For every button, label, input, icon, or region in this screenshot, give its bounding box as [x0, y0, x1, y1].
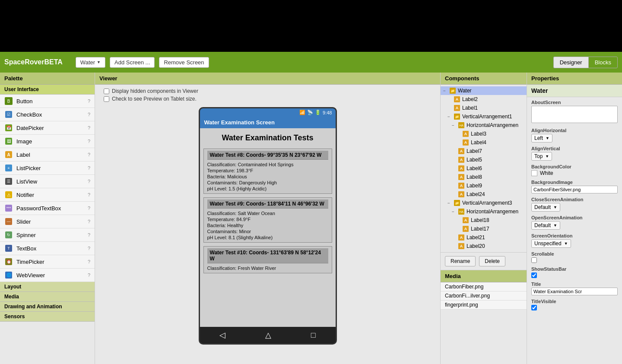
- palette-item-datepicker-label: DatePicker: [16, 125, 88, 131]
- background-image-input[interactable]: [531, 186, 618, 193]
- comp-name-ha2: HorizontalArrangemen: [466, 209, 518, 215]
- add-screen-button[interactable]: Add Screen ...: [110, 57, 155, 68]
- palette-item-image[interactable]: 🖼 Image ?: [0, 135, 95, 148]
- palette-section-media[interactable]: Media: [0, 292, 95, 302]
- palette-item-label-label: Label: [16, 152, 88, 158]
- label-info-icon[interactable]: ?: [88, 152, 90, 157]
- align-horizontal-dropdown[interactable]: Left: [531, 134, 552, 142]
- comp-toggle-water[interactable]: −: [443, 89, 449, 93]
- palette-item-listview[interactable]: ☰ ListView ?: [0, 175, 95, 188]
- palette-item-passwordtextbox[interactable]: *** PasswordTextBox ?: [0, 202, 95, 215]
- palette-item-checkbox[interactable]: ☑ CheckBox ?: [0, 108, 95, 121]
- comp-item-ha1[interactable]: − HA HorizontalArrangemen: [441, 121, 527, 130]
- prop-group-about: AboutScreen AlignHorizontal Left AlignVe…: [527, 97, 622, 317]
- comp-item-label20[interactable]: A Label20: [441, 242, 527, 250]
- screen-orientation-dropdown[interactable]: Unspecified: [531, 239, 571, 248]
- screen-dropdown-button[interactable]: Water: [76, 57, 105, 68]
- show-status-bar-checkbox[interactable]: [531, 272, 537, 278]
- comp-item-label21[interactable]: A Label21: [441, 233, 527, 242]
- app-title: SpaceRoverBETA: [4, 58, 63, 66]
- palette-item-listpicker[interactable]: ≡ ListPicker ?: [0, 161, 95, 175]
- nav-recent-icon[interactable]: □: [311, 331, 316, 340]
- comp-item-label5[interactable]: A Label5: [441, 155, 527, 164]
- spinner-info-icon[interactable]: ?: [88, 232, 90, 237]
- webviewer-info-icon[interactable]: ?: [88, 272, 90, 278]
- comp-item-label9[interactable]: A Label9: [441, 181, 527, 190]
- spinner-icon: ↻: [4, 231, 13, 239]
- datepicker-info-icon[interactable]: ?: [88, 125, 90, 130]
- open-screen-animation-dropdown[interactable]: Default: [531, 221, 560, 230]
- hidden-components-option[interactable]: Display hidden components in Viewer: [104, 88, 432, 94]
- comp-item-label8[interactable]: A Label8: [441, 173, 527, 181]
- password-info-icon[interactable]: ?: [88, 206, 90, 211]
- comp-label-icon-label4: A: [462, 139, 469, 146]
- palette-item-textbox[interactable]: T TextBox ?: [0, 242, 95, 255]
- palette-item-label[interactable]: A Label ?: [0, 148, 95, 161]
- close-screen-animation-dropdown[interactable]: Default: [531, 203, 560, 212]
- textbox-info-icon[interactable]: ?: [88, 246, 90, 251]
- palette-section-drawing[interactable]: Drawing and Animation: [0, 302, 95, 312]
- nav-back-icon[interactable]: ◁: [219, 330, 225, 340]
- palette-item-timepicker[interactable]: ⏰ TimePicker ?: [0, 255, 95, 269]
- battery-icon: 🔋: [315, 110, 321, 115]
- comp-toggle-ha2[interactable]: −: [452, 209, 458, 214]
- rename-button[interactable]: Rename: [445, 256, 476, 266]
- comp-item-ha2[interactable]: − HA HorizontalArrangemen: [441, 207, 527, 216]
- comp-item-label3[interactable]: A Label3: [441, 130, 527, 138]
- comp-item-water[interactable]: − 📁 Water: [441, 86, 527, 95]
- comp-toggle-ha1[interactable]: −: [452, 123, 458, 128]
- notifier-info-icon[interactable]: ?: [88, 192, 90, 197]
- palette-section-layout[interactable]: Layout: [0, 282, 95, 292]
- palette-section-sensors[interactable]: Sensors: [0, 312, 95, 322]
- palette-item-datepicker[interactable]: 📅 DatePicker ?: [0, 121, 95, 135]
- palette-item-webviewer[interactable]: 🌐 WebViewer ?: [0, 269, 95, 282]
- palette-item-slider[interactable]: — Slider ?: [0, 215, 95, 228]
- listpicker-icon: ≡: [4, 164, 13, 172]
- comp-name-label2: Label2: [462, 96, 478, 102]
- remove-screen-button[interactable]: Remove Screen: [159, 57, 209, 68]
- scrollable-checkbox[interactable]: [531, 257, 537, 263]
- background-color-label: BackgroundColor: [531, 164, 618, 169]
- palette-header: Palette: [0, 73, 95, 85]
- blocks-button[interactable]: Blocks: [588, 57, 618, 68]
- palette-item-notifier[interactable]: ⚠ Notifier ?: [0, 188, 95, 202]
- comp-name-label17: Label17: [471, 226, 489, 232]
- main-content: Palette User Interface B Button ? ☑ Chec…: [0, 73, 622, 364]
- tablet-preview-checkbox[interactable]: [104, 96, 109, 102]
- palette-item-button[interactable]: B Button ?: [0, 95, 95, 108]
- align-vertical-dropdown[interactable]: Top: [531, 152, 552, 161]
- nav-home-icon[interactable]: △: [265, 330, 271, 340]
- comp-item-label2[interactable]: A Label2: [441, 95, 527, 104]
- about-screen-input[interactable]: [531, 106, 618, 123]
- listpicker-info-icon[interactable]: ?: [88, 165, 90, 171]
- comp-item-label17[interactable]: A Label17: [441, 225, 527, 233]
- water-test-3-header: Water Test #10: Coords- 131°63'89 N 58°1…: [207, 248, 328, 263]
- button-info-icon[interactable]: ?: [88, 98, 90, 104]
- comp-item-va3[interactable]: − 📁 VerticalArrangement3: [441, 199, 527, 207]
- timepicker-info-icon[interactable]: ?: [88, 259, 90, 264]
- palette-item-timepicker-label: TimePicker: [16, 259, 88, 265]
- palette-item-spinner[interactable]: ↻ Spinner ?: [0, 228, 95, 242]
- palette-item-textbox-label: TextBox: [16, 245, 88, 252]
- comp-toggle-va1[interactable]: −: [447, 114, 454, 119]
- comp-item-label6[interactable]: A Label6: [441, 164, 527, 173]
- title-input[interactable]: [531, 288, 618, 295]
- comp-name-label6: Label6: [466, 165, 482, 171]
- checkbox-info-icon[interactable]: ?: [88, 112, 90, 117]
- comp-item-label24[interactable]: A Label24: [441, 190, 527, 199]
- comp-item-label4[interactable]: A Label4: [441, 138, 527, 147]
- comp-item-label7[interactable]: A Label7: [441, 147, 527, 155]
- component-tree: − 📁 Water A Label2 A Label1 − 📁: [441, 85, 527, 252]
- hidden-components-checkbox[interactable]: [104, 89, 109, 94]
- tablet-preview-option[interactable]: Check to see Preview on Tablet size.: [104, 96, 432, 102]
- slider-info-icon[interactable]: ?: [88, 219, 90, 224]
- comp-item-va1[interactable]: − 📁 VerticalArrangement1: [441, 112, 527, 121]
- delete-button[interactable]: Delete: [479, 256, 505, 266]
- title-visible-checkbox[interactable]: [531, 305, 537, 310]
- comp-item-label18[interactable]: A Label18: [441, 216, 527, 225]
- image-info-icon[interactable]: ?: [88, 139, 90, 144]
- comp-toggle-va3[interactable]: −: [447, 201, 454, 206]
- listview-info-icon[interactable]: ?: [88, 179, 90, 184]
- designer-button[interactable]: Designer: [553, 57, 588, 68]
- comp-item-label1[interactable]: A Label1: [441, 104, 527, 112]
